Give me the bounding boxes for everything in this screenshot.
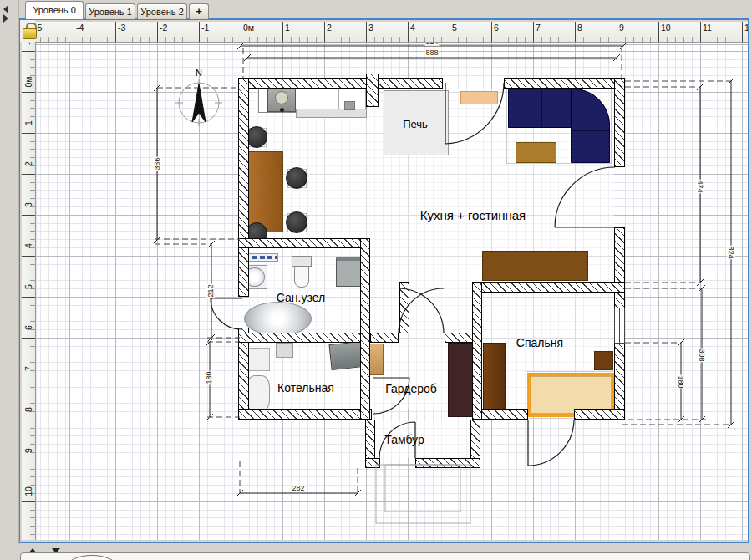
kitchen-sink[interactable] [344, 101, 355, 110]
dining-table[interactable] [244, 151, 283, 232]
wall-vestibule-left[interactable] [365, 420, 375, 463]
dim-left-height[interactable]: 366 [153, 156, 161, 171]
left-splitter-strip[interactable] [0, 0, 19, 560]
room-label-bedroom[interactable]: Спальня [516, 336, 563, 349]
boiler-cabinet[interactable] [246, 348, 270, 371]
chimney[interactable] [366, 74, 379, 107]
dim-right-upper[interactable]: 474 [696, 179, 704, 193]
tab-label: Уровень 0 [33, 5, 76, 15]
tab-level-1[interactable]: Уровень 1 [85, 3, 135, 19]
dim-bottom-width[interactable]: 282 [291, 484, 305, 492]
wall-bathroom-boiler[interactable] [238, 333, 370, 343]
bottom-splitter-strip[interactable] [0, 545, 752, 560]
wall-shelf[interactable] [460, 91, 498, 104]
ruler-top: -5-4-3-2-10м123456789101112 [35, 22, 749, 43]
level-tab-bar: Уровень 0 Уровень 1 Уровень 2 + [18, 0, 752, 19]
dim-bedroom-inner[interactable]: 180 [677, 374, 685, 389]
splitter-collapse-left-icon[interactable] [3, 5, 8, 13]
room-label-wardrobe[interactable]: Гардероб [385, 382, 437, 395]
wall-wardrobe-top-left[interactable] [370, 333, 399, 343]
wall-bedroom-top[interactable] [476, 282, 625, 293]
bathtub[interactable] [244, 302, 312, 336]
dim-right-total[interactable]: 824 [727, 245, 735, 259]
wall-corridor-stub[interactable] [399, 282, 409, 333]
wall-vestibule-bottom-left[interactable] [365, 458, 380, 468]
wall-kitchen-bathroom[interactable] [238, 238, 370, 248]
ruler-left: -10м12345678910 [22, 42, 36, 540]
wall-center-vertical[interactable] [360, 238, 370, 420]
room-label-kitchen-living[interactable]: Кухня + гостинная [420, 208, 526, 222]
toilet-bowl [294, 266, 309, 288]
lock-icon-body[interactable] [23, 28, 37, 39]
wall-top-left[interactable] [240, 78, 443, 89]
floor-plan-editor-window: Уровень 0 Уровень 1 Уровень 2 + [0, 0, 752, 560]
wall-bottom-left[interactable] [238, 409, 372, 420]
room-label-boiler[interactable]: Котельная [277, 381, 334, 395]
dim-bathroom-height[interactable]: 212 [206, 283, 215, 298]
counter-worktop [296, 109, 367, 118]
boiler-tank[interactable] [246, 375, 270, 412]
dim-bedroom-height[interactable]: 308 [698, 348, 706, 362]
cooktop-burner [275, 91, 288, 104]
boiler-box[interactable] [276, 343, 293, 358]
room-label-bathroom[interactable]: Сан.узел [277, 291, 325, 304]
tab-label: Уровень 1 [89, 7, 132, 17]
wall-vestibule-right[interactable] [470, 420, 480, 463]
wall-top-right[interactable] [504, 78, 625, 89]
splitter-expand-right-icon[interactable] [3, 14, 8, 23]
wall-left-upper[interactable] [238, 78, 249, 297]
dim-inner-width[interactable]: 888 [424, 48, 439, 57]
stool[interactable] [286, 167, 307, 189]
bathroom-shelf[interactable] [248, 253, 278, 262]
sideboard[interactable] [482, 251, 588, 281]
room-label-stove[interactable]: Печь [403, 118, 428, 130]
tab-label: Уровень 2 [140, 7, 184, 17]
room-label-vestibule[interactable]: Тамбур [384, 433, 424, 446]
tab-level-0[interactable]: Уровень 0 [25, 1, 84, 19]
add-level-tab[interactable]: + [189, 3, 209, 19]
coffee-table[interactable] [516, 142, 556, 163]
wall-vestibule-bottom-right[interactable] [415, 458, 480, 468]
tab-level-2[interactable]: Уровень 2 [137, 3, 187, 19]
plus-icon: + [196, 5, 202, 18]
wall-bedroom-left[interactable] [472, 282, 482, 420]
lower-panel-edge [20, 552, 750, 560]
nightstand[interactable] [594, 351, 613, 370]
wall-right-upper[interactable] [614, 78, 625, 167]
bedroom-window[interactable] [614, 308, 625, 344]
wall-bottom-right[interactable] [574, 409, 625, 420]
cooktop-knob [280, 108, 284, 112]
stool[interactable] [286, 211, 307, 233]
dim-boiler-height[interactable]: 180 [205, 370, 213, 384]
compass-north-label: N [196, 68, 202, 78]
bedroom-wardrobe[interactable] [483, 343, 506, 417]
